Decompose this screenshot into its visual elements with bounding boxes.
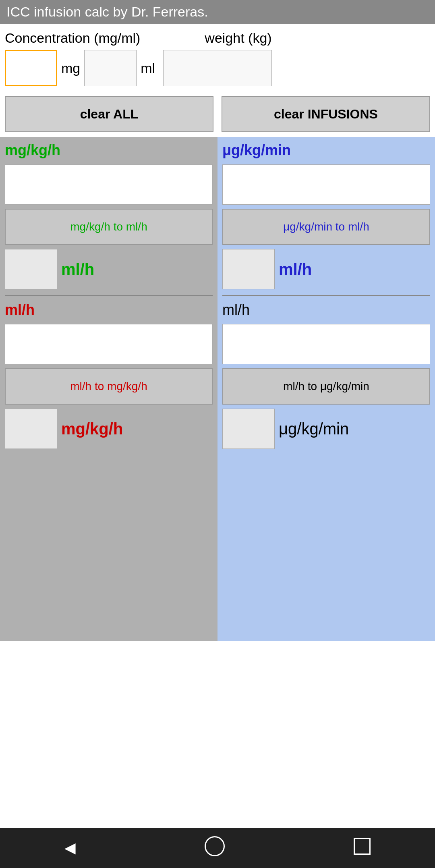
app-title: ICC infusion calc by Dr. Ferreras.: [6, 4, 208, 19]
right-top-label: μg/kg/min: [222, 142, 430, 159]
main-grid: mg/kg/h mg/kg/h to ml/h ml/h ml/h ml/h t…: [0, 137, 435, 641]
left-result-label: ml/h: [61, 260, 94, 278]
recent-button[interactable]: [342, 834, 383, 862]
right-bottom-btn[interactable]: ml/h to μg/kg/min: [222, 368, 430, 405]
left-bottom-btn[interactable]: ml/h to mg/kg/h: [5, 368, 213, 405]
back-icon: ◀: [64, 839, 76, 856]
right-bottom-result-row: μg/kg/min: [222, 409, 430, 449]
buttons-row: clear ALL clear INFUSIONS: [0, 91, 435, 137]
right-bottom-result-label: μg/kg/min: [279, 420, 349, 438]
clear-all-button[interactable]: clear ALL: [5, 96, 213, 132]
right-top-btn[interactable]: μg/kg/min to ml/h: [222, 209, 430, 245]
left-top-label: mg/kg/h: [5, 142, 213, 159]
weight-label: weight (kg): [205, 30, 271, 46]
mg-input[interactable]: [5, 50, 57, 86]
left-result-row: ml/h: [5, 249, 213, 289]
concentration-section: Concentration (mg/ml) weight (kg) mg ml: [0, 24, 435, 91]
left-top-btn[interactable]: mg/kg/h to ml/h: [5, 209, 213, 245]
right-bottom-result-input[interactable]: [222, 409, 275, 449]
concentration-label: Concentration (mg/ml): [5, 30, 140, 46]
clear-infusions-button[interactable]: clear INFUSIONS: [222, 96, 430, 132]
left-result-input[interactable]: [5, 249, 57, 289]
left-bottom-label: ml/h: [5, 301, 213, 318]
right-top-input[interactable]: [222, 164, 430, 205]
right-result-row: ml/h: [222, 249, 430, 289]
ml-input[interactable]: [84, 50, 137, 86]
mg-unit: mg: [61, 60, 80, 76]
left-bottom-result-input[interactable]: [5, 409, 57, 449]
right-bottom-input[interactable]: [222, 324, 430, 364]
right-bottom-label: ml/h: [222, 301, 430, 318]
left-top-input[interactable]: [5, 164, 213, 205]
right-panel: μg/kg/min μg/kg/min to ml/h ml/h ml/h ml…: [218, 137, 435, 641]
left-bottom-result-label: mg/kg/h: [61, 420, 123, 438]
home-icon: [205, 836, 225, 856]
title-bar: ICC infusion calc by Dr. Ferreras.: [0, 0, 435, 24]
white-space: [0, 641, 435, 828]
ml-unit: ml: [141, 60, 155, 76]
left-panel: mg/kg/h mg/kg/h to ml/h ml/h ml/h ml/h t…: [0, 137, 218, 641]
left-bottom-input[interactable]: [5, 324, 213, 364]
right-result-input[interactable]: [222, 249, 275, 289]
home-button[interactable]: [193, 832, 237, 864]
weight-input[interactable]: [163, 50, 272, 86]
recent-icon: [354, 838, 371, 855]
left-bottom-result-row: mg/kg/h: [5, 409, 213, 449]
back-button[interactable]: ◀: [52, 835, 88, 860]
bottom-nav-bar: ◀: [0, 828, 435, 868]
right-result-label: ml/h: [279, 260, 312, 278]
